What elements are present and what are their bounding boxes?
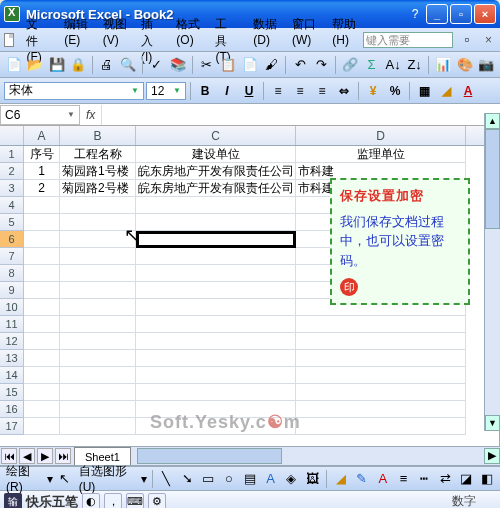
textbox-icon[interactable]: ▤ <box>241 469 259 489</box>
tab-nav-first[interactable]: ⏮ <box>1 448 17 464</box>
col-header-B[interactable]: B <box>60 126 136 145</box>
row-header[interactable]: 15 <box>0 384 24 401</box>
diagram-icon[interactable]: ◈ <box>283 469 301 489</box>
ime-icon[interactable]: 输 <box>4 493 22 509</box>
ask-question-box[interactable]: 键入需要 <box>363 32 453 48</box>
row-header[interactable]: 17 <box>0 418 24 435</box>
cell[interactable]: 工程名称 <box>60 146 136 163</box>
scroll-up-button[interactable]: ▲ <box>485 113 500 129</box>
row-header[interactable]: 12 <box>0 333 24 350</box>
cell[interactable]: 菊园路1号楼 <box>60 163 136 180</box>
row-header[interactable]: 10 <box>0 299 24 316</box>
select-all-corner[interactable] <box>0 126 24 145</box>
minimize-button[interactable]: _ <box>426 4 448 24</box>
italic-button[interactable]: I <box>217 81 237 101</box>
name-box[interactable]: C6 ▼ <box>0 105 80 125</box>
scroll-thumb[interactable] <box>137 448 282 464</box>
camera-icon[interactable]: 📷 <box>476 55 496 75</box>
3d-icon[interactable]: ◧ <box>478 469 496 489</box>
col-header-D[interactable]: D <box>296 126 466 145</box>
ime-softkbd-icon[interactable]: ⌨ <box>126 493 144 509</box>
paste-icon[interactable]: 📄 <box>240 55 260 75</box>
open-icon[interactable]: 📂 <box>26 55 46 75</box>
chart-icon[interactable]: 📊 <box>433 55 453 75</box>
title-help-icon[interactable]: ? <box>406 7 424 21</box>
cell[interactable]: 序号 <box>24 146 60 163</box>
line-color-icon[interactable]: ✎ <box>353 469 371 489</box>
cell[interactable]: 1 <box>24 163 60 180</box>
tab-nav-prev[interactable]: ◀ <box>19 448 35 464</box>
row-header[interactable]: 2 <box>0 163 24 180</box>
cell[interactable]: 监理单位 <box>296 146 466 163</box>
rectangle-icon[interactable]: ▭ <box>199 469 217 489</box>
row-header[interactable]: 14 <box>0 367 24 384</box>
arrow-icon[interactable]: ➘ <box>178 469 196 489</box>
row-header[interactable]: 3 <box>0 180 24 197</box>
row-header[interactable]: 13 <box>0 350 24 367</box>
line-style-icon[interactable]: ≡ <box>395 469 413 489</box>
undo-icon[interactable]: ↶ <box>290 55 310 75</box>
format-painter-icon[interactable]: 🖌 <box>262 55 282 75</box>
save-icon[interactable]: 💾 <box>47 55 67 75</box>
cell[interactable]: 2 <box>24 180 60 197</box>
fx-icon[interactable]: fx <box>80 108 101 122</box>
formula-input[interactable] <box>101 105 500 125</box>
preview-icon[interactable]: 🔍 <box>119 55 139 75</box>
vertical-scrollbar[interactable]: ▲ ▼ <box>484 113 500 431</box>
cell[interactable]: 建设单位 <box>136 146 296 163</box>
currency-icon[interactable]: ¥ <box>363 81 383 101</box>
align-right-icon[interactable]: ≡ <box>312 81 332 101</box>
permission-icon[interactable]: 🔒 <box>69 55 89 75</box>
maximize-button[interactable]: ▫ <box>450 4 472 24</box>
ime-fullwidth-icon[interactable]: ◐ <box>82 493 100 509</box>
ime-settings-icon[interactable]: ⚙ <box>148 493 166 509</box>
hyperlink-icon[interactable]: 🔗 <box>340 55 360 75</box>
spreadsheet-grid[interactable]: A B C D 1 序号 工程名称 建设单位 监理单位 2 1 菊园路1号楼 皖… <box>0 126 500 446</box>
row-header[interactable]: 8 <box>0 265 24 282</box>
row-header[interactable]: 11 <box>0 316 24 333</box>
select-objects-icon[interactable]: ↖ <box>56 469 74 489</box>
new-icon[interactable]: 📄 <box>4 55 24 75</box>
row-header[interactable]: 1 <box>0 146 24 163</box>
shadow-icon[interactable]: ◪ <box>457 469 475 489</box>
redo-icon[interactable]: ↷ <box>312 55 332 75</box>
ime-punct-icon[interactable]: ， <box>104 493 122 509</box>
underline-button[interactable]: U <box>239 81 259 101</box>
copy-icon[interactable]: 📋 <box>219 55 239 75</box>
font-color-icon[interactable]: A <box>374 469 392 489</box>
col-header-A[interactable]: A <box>24 126 60 145</box>
drawing-icon[interactable]: 🎨 <box>455 55 475 75</box>
close-button[interactable]: × <box>474 4 496 24</box>
autoshapes-menu[interactable]: 自选图形(U) <box>77 463 138 494</box>
align-left-icon[interactable]: ≡ <box>268 81 288 101</box>
tab-nav-next[interactable]: ▶ <box>37 448 53 464</box>
cell[interactable]: 皖东房地产开发有限责任公司 <box>136 180 296 197</box>
font-size-combo[interactable]: 12 ▼ <box>146 82 186 100</box>
row-header[interactable]: 4 <box>0 197 24 214</box>
doc-restore-button[interactable]: ▫ <box>457 30 477 50</box>
scroll-right-button[interactable]: ▶ <box>484 448 500 464</box>
font-color-icon[interactable]: A <box>458 81 478 101</box>
clipart-icon[interactable]: 🖼 <box>303 469 321 489</box>
align-center-icon[interactable]: ≡ <box>290 81 310 101</box>
wordart-icon[interactable]: A <box>262 469 280 489</box>
row-header[interactable]: 16 <box>0 401 24 418</box>
cut-icon[interactable]: ✂ <box>197 55 217 75</box>
fill-color-icon[interactable]: ◢ <box>332 469 350 489</box>
cell[interactable]: 菊园路2号楼 <box>60 180 136 197</box>
scroll-down-button[interactable]: ▼ <box>485 415 500 431</box>
oval-icon[interactable]: ○ <box>220 469 238 489</box>
sort-asc-icon[interactable]: A↓ <box>383 55 403 75</box>
fill-color-icon[interactable]: ◢ <box>436 81 456 101</box>
line-icon[interactable]: ╲ <box>157 469 175 489</box>
merge-center-icon[interactable]: ⇔ <box>334 81 354 101</box>
doc-close-button[interactable]: × <box>481 33 496 47</box>
spell-icon[interactable]: ✓ <box>147 55 167 75</box>
row-header[interactable]: 6 <box>0 231 24 248</box>
horizontal-scrollbar[interactable]: ▶ <box>137 448 500 464</box>
borders-icon[interactable]: ▦ <box>414 81 434 101</box>
sort-desc-icon[interactable]: Z↓ <box>405 55 425 75</box>
draw-menu[interactable]: 绘图(R) <box>4 463 44 494</box>
research-icon[interactable]: 📚 <box>169 55 189 75</box>
dash-style-icon[interactable]: ┅ <box>415 469 433 489</box>
